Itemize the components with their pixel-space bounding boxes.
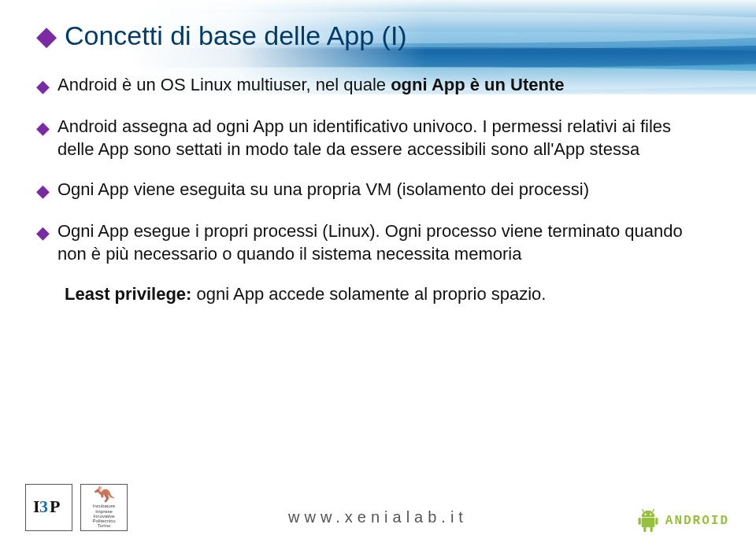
i3p-logo: I 3 P <box>25 484 72 531</box>
svg-point-3 <box>644 514 646 515</box>
bullet-item: ◆ Android è un OS Linux multiuser, nel q… <box>36 73 709 98</box>
text-run: Android è un OS Linux multiuser, nel qua… <box>57 75 391 94</box>
title-row: ◆ Concetti di base delle App (I) <box>36 20 407 51</box>
bullet-text: Android è un OS Linux multiuser, nel qua… <box>57 73 565 96</box>
diamond-bullet-icon: ◆ <box>36 75 50 98</box>
slide: ◆ Concetti di base delle App (I) ◆ Andro… <box>0 0 756 550</box>
diamond-bullet-icon: ◆ <box>36 22 57 49</box>
incubator-logo: 🦘 Incubatore Imprese Innovative Politecn… <box>80 484 128 531</box>
diamond-bullet-icon: ◆ <box>36 221 50 244</box>
bullet-item-indented: Least privilege: ogni App accede solamen… <box>65 282 709 305</box>
text-strong: ogni App è un Utente <box>391 75 564 94</box>
kangaroo-icon: 🦘 <box>94 486 115 504</box>
content-area: ◆ Android è un OS Linux multiuser, nel q… <box>36 73 709 305</box>
bullet-text: Ogni App esegue i propri processi (Linux… <box>57 220 709 265</box>
bullet-text: Ogni App viene eseguita su una propria V… <box>57 178 589 201</box>
slide-title: Concetti di base delle App (I) <box>65 20 407 51</box>
android-robot-icon <box>637 509 659 533</box>
bullet-item: ◆ Ogni App viene eseguita su una propria… <box>36 178 709 202</box>
bullet-item: ◆ Android assegna ad ogni App un identif… <box>36 115 709 161</box>
bullet-item: ◆ Ogni App esegue i propri processi (Lin… <box>36 220 709 265</box>
text-strong: Least privilege: <box>65 284 191 304</box>
bullet-text: Android assegna ad ogni App un identific… <box>57 115 709 161</box>
svg-rect-9 <box>650 527 652 533</box>
svg-rect-5 <box>641 518 654 528</box>
svg-rect-8 <box>643 527 646 533</box>
svg-text:P: P <box>50 496 60 516</box>
android-logo: ANDROID <box>637 509 729 533</box>
android-wordmark: ANDROID <box>665 514 729 528</box>
svg-text:3: 3 <box>39 496 48 516</box>
svg-point-4 <box>650 514 651 515</box>
bullet-text: Least privilege: ogni App accede solamen… <box>65 282 546 305</box>
diamond-bullet-icon: ◆ <box>36 116 50 139</box>
logo-line: Torino <box>98 523 110 528</box>
i3p-logo-icon: I 3 P <box>32 493 66 522</box>
footer-url: www.xenialab.it <box>288 508 468 526</box>
footer-logos: I 3 P 🦘 Incubatore Imprese Innovative Po… <box>25 484 128 531</box>
svg-rect-6 <box>638 518 640 525</box>
diamond-bullet-icon: ◆ <box>36 179 50 202</box>
text-run: ogni App accede solamente al proprio spa… <box>191 284 546 304</box>
svg-rect-7 <box>655 518 658 525</box>
